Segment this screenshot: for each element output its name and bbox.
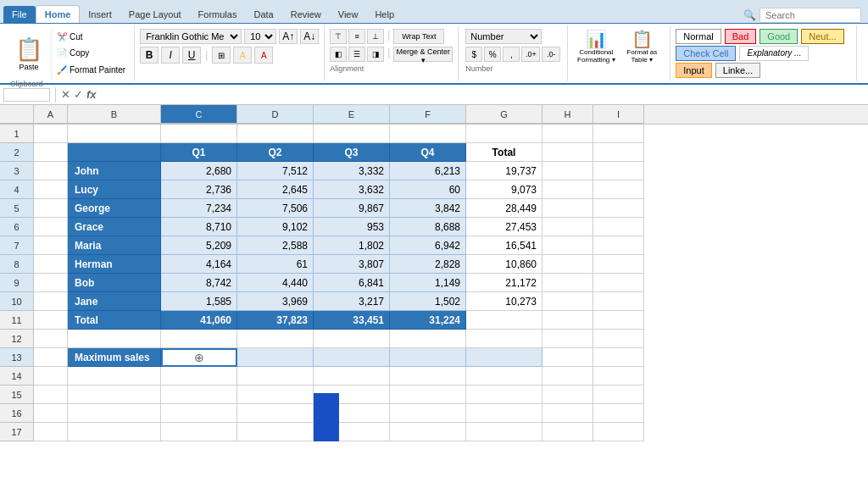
percent-button[interactable]: % bbox=[484, 47, 501, 62]
row-number-3[interactable]: 3 bbox=[0, 162, 34, 180]
cell-c13-selected[interactable]: ⊕ bbox=[161, 348, 237, 367]
col-header-e[interactable]: E bbox=[314, 105, 390, 124]
cell-d10[interactable]: 3,969 bbox=[237, 292, 314, 311]
cell-e16[interactable] bbox=[314, 404, 390, 423]
tab-help[interactable]: Help bbox=[366, 6, 403, 23]
cell-i16[interactable] bbox=[593, 404, 644, 423]
align-right-button[interactable]: ◨ bbox=[367, 47, 384, 62]
row-number-9[interactable]: 9 bbox=[0, 274, 34, 292]
cell-c9[interactable]: 8,742 bbox=[161, 274, 237, 292]
cell-c3[interactable]: 2,680 bbox=[161, 162, 237, 180]
cell-b10[interactable]: Jane bbox=[68, 292, 161, 311]
cell-i15[interactable] bbox=[593, 385, 644, 404]
tab-home[interactable]: Home bbox=[36, 5, 81, 23]
cell-f1[interactable] bbox=[390, 125, 466, 143]
cell-i17[interactable] bbox=[593, 423, 644, 441]
cell-a1[interactable] bbox=[34, 125, 68, 143]
cell-i4[interactable] bbox=[593, 180, 644, 199]
cell-e11[interactable]: 33,451 bbox=[314, 311, 390, 330]
cell-i13[interactable] bbox=[593, 348, 644, 367]
cell-h6[interactable] bbox=[542, 218, 593, 236]
row-number-5[interactable]: 5 bbox=[0, 199, 34, 218]
search-input[interactable] bbox=[760, 8, 861, 23]
cell-a4[interactable] bbox=[34, 180, 68, 199]
align-center-button[interactable]: ☰ bbox=[348, 47, 365, 62]
cell-g17[interactable] bbox=[466, 423, 542, 441]
cell-b12[interactable] bbox=[68, 330, 161, 348]
number-format-select[interactable]: Number bbox=[465, 29, 542, 44]
cell-f3[interactable]: 6,213 bbox=[390, 162, 466, 180]
cell-a9[interactable] bbox=[34, 274, 68, 292]
cell-c17[interactable] bbox=[161, 423, 237, 441]
cell-b2[interactable] bbox=[68, 143, 161, 162]
cell-f8[interactable]: 2,828 bbox=[390, 255, 466, 274]
cell-c12[interactable] bbox=[161, 330, 237, 348]
cell-b6[interactable]: Grace bbox=[68, 218, 161, 236]
underline-button[interactable]: U bbox=[182, 47, 201, 64]
col-header-b[interactable]: B bbox=[68, 105, 161, 124]
cell-h11[interactable] bbox=[542, 311, 593, 330]
col-header-f[interactable]: F bbox=[390, 105, 466, 124]
cell-c6[interactable]: 8,710 bbox=[161, 218, 237, 236]
cell-e2[interactable]: Q3 bbox=[314, 143, 390, 162]
cell-e14[interactable] bbox=[314, 367, 390, 385]
cell-g15[interactable] bbox=[466, 385, 542, 404]
cell-b13[interactable]: Maximum sales bbox=[68, 348, 161, 367]
cell-g7[interactable]: 16,541 bbox=[466, 236, 542, 255]
col-header-a[interactable]: A bbox=[34, 105, 68, 124]
style-normal[interactable]: Normal bbox=[676, 29, 721, 44]
cell-g3[interactable]: 19,737 bbox=[466, 162, 542, 180]
cell-h8[interactable] bbox=[542, 255, 593, 274]
cell-a8[interactable] bbox=[34, 255, 68, 274]
row-number-11[interactable]: 11 bbox=[0, 311, 34, 330]
row-number-7[interactable]: 7 bbox=[0, 236, 34, 255]
cell-f17[interactable] bbox=[390, 423, 466, 441]
cell-d16[interactable] bbox=[237, 404, 314, 423]
cell-d8[interactable]: 61 bbox=[237, 255, 314, 274]
cut-button[interactable]: ✂️ Cut bbox=[57, 32, 125, 42]
col-header-g[interactable]: G bbox=[466, 105, 542, 124]
cell-e8[interactable]: 3,807 bbox=[314, 255, 390, 274]
name-box[interactable]: C13 bbox=[3, 88, 50, 102]
cell-b4[interactable]: Lucy bbox=[68, 180, 161, 199]
cell-f11[interactable]: 31,224 bbox=[390, 311, 466, 330]
cell-b16[interactable] bbox=[68, 404, 161, 423]
cell-g6[interactable]: 27,453 bbox=[466, 218, 542, 236]
row-number-10[interactable]: 10 bbox=[0, 292, 34, 311]
cell-i7[interactable] bbox=[593, 236, 644, 255]
cell-d5[interactable]: 7,506 bbox=[237, 199, 314, 218]
cell-c14[interactable] bbox=[161, 367, 237, 385]
font-size-select[interactable]: 10 bbox=[244, 29, 276, 44]
cell-i5[interactable] bbox=[593, 199, 644, 218]
row-number-8[interactable]: 8 bbox=[0, 255, 34, 274]
cell-h16[interactable] bbox=[542, 404, 593, 423]
cell-i6[interactable] bbox=[593, 218, 644, 236]
cell-c11[interactable]: 41,060 bbox=[161, 311, 237, 330]
currency-button[interactable]: $ bbox=[465, 47, 482, 62]
cell-e1[interactable] bbox=[314, 125, 390, 143]
cell-e13[interactable] bbox=[314, 348, 390, 367]
cell-i8[interactable] bbox=[593, 255, 644, 274]
align-bottom-button[interactable]: ⊥ bbox=[367, 29, 384, 44]
cell-f6[interactable]: 8,688 bbox=[390, 218, 466, 236]
cell-g12[interactable] bbox=[466, 330, 542, 348]
cell-h13[interactable] bbox=[542, 348, 593, 367]
cell-e12[interactable] bbox=[314, 330, 390, 348]
cell-g11[interactable] bbox=[466, 311, 542, 330]
cell-e5[interactable]: 9,867 bbox=[314, 199, 390, 218]
cell-f10[interactable]: 1,502 bbox=[390, 292, 466, 311]
style-bad[interactable]: Bad bbox=[725, 29, 757, 44]
cell-g16[interactable] bbox=[466, 404, 542, 423]
tab-review[interactable]: Review bbox=[282, 6, 330, 23]
cell-g10[interactable]: 10,273 bbox=[466, 292, 542, 311]
align-top-button[interactable]: ⊤ bbox=[330, 29, 347, 44]
cell-c4[interactable]: 2,736 bbox=[161, 180, 237, 199]
cell-d12[interactable] bbox=[237, 330, 314, 348]
cell-g9[interactable]: 21,172 bbox=[466, 274, 542, 292]
increase-decimal-button[interactable]: .0+ bbox=[521, 47, 540, 62]
decrease-font-button[interactable]: A↓ bbox=[300, 29, 319, 44]
cell-a7[interactable] bbox=[34, 236, 68, 255]
cell-h10[interactable] bbox=[542, 292, 593, 311]
cell-g8[interactable]: 10,860 bbox=[466, 255, 542, 274]
cell-d1[interactable] bbox=[237, 125, 314, 143]
